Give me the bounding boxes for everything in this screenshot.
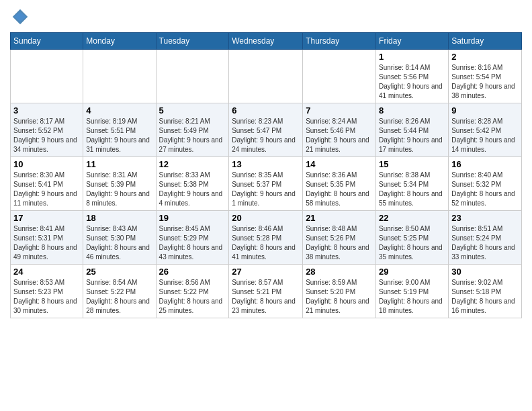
calendar-cell: 18Sunrise: 8:43 AM Sunset: 5:30 PM Dayli… xyxy=(83,211,156,265)
day-info: Sunrise: 8:28 AM Sunset: 5:42 PM Dayligh… xyxy=(451,117,519,154)
calendar-cell: 23Sunrise: 8:51 AM Sunset: 5:24 PM Dayli… xyxy=(449,211,522,265)
calendar-cell: 24Sunrise: 8:53 AM Sunset: 5:23 PM Dayli… xyxy=(11,265,83,318)
day-number: 8 xyxy=(379,105,445,116)
day-number: 17 xyxy=(13,213,80,223)
calendar-cell: 21Sunrise: 8:48 AM Sunset: 5:26 PM Dayli… xyxy=(303,211,376,265)
calendar-cell: 5Sunrise: 8:21 AM Sunset: 5:49 PM Daylig… xyxy=(156,103,229,157)
day-number: 19 xyxy=(159,213,226,223)
calendar-weekday-thursday: Thursday xyxy=(303,33,376,50)
day-number: 20 xyxy=(232,213,300,223)
calendar-cell: 11Sunrise: 8:31 AM Sunset: 5:39 PM Dayli… xyxy=(83,157,156,211)
day-info: Sunrise: 8:26 AM Sunset: 5:44 PM Dayligh… xyxy=(379,117,445,154)
day-number: 6 xyxy=(232,105,300,116)
calendar-cell: 14Sunrise: 8:36 AM Sunset: 5:35 PM Dayli… xyxy=(303,157,376,211)
day-info: Sunrise: 8:16 AM Sunset: 5:54 PM Dayligh… xyxy=(451,63,519,101)
calendar-weekday-saturday: Saturday xyxy=(449,33,522,50)
calendar-cell: 25Sunrise: 8:54 AM Sunset: 5:22 PM Dayli… xyxy=(83,265,156,318)
day-number: 4 xyxy=(86,105,152,116)
calendar-week-5: 24Sunrise: 8:53 AM Sunset: 5:23 PM Dayli… xyxy=(11,265,522,318)
day-number: 13 xyxy=(232,159,300,169)
day-info: Sunrise: 9:02 AM Sunset: 5:18 PM Dayligh… xyxy=(451,278,519,316)
day-number: 2 xyxy=(451,52,519,62)
calendar-cell: 12Sunrise: 8:33 AM Sunset: 5:38 PM Dayli… xyxy=(156,157,229,211)
day-number: 23 xyxy=(451,213,519,223)
calendar-cell: 8Sunrise: 8:26 AM Sunset: 5:44 PM Daylig… xyxy=(376,103,449,157)
calendar-cell: 19Sunrise: 8:45 AM Sunset: 5:29 PM Dayli… xyxy=(156,211,229,265)
day-number: 24 xyxy=(13,267,80,277)
calendar-cell: 10Sunrise: 8:30 AM Sunset: 5:41 PM Dayli… xyxy=(11,157,83,211)
calendar-cell: 15Sunrise: 8:38 AM Sunset: 5:34 PM Dayli… xyxy=(376,157,449,211)
day-info: Sunrise: 8:19 AM Sunset: 5:51 PM Dayligh… xyxy=(86,117,152,154)
day-info: Sunrise: 9:00 AM Sunset: 5:19 PM Dayligh… xyxy=(379,278,445,316)
calendar-cell xyxy=(156,50,229,103)
calendar-cell: 26Sunrise: 8:56 AM Sunset: 5:22 PM Dayli… xyxy=(156,265,229,318)
day-info: Sunrise: 8:38 AM Sunset: 5:34 PM Dayligh… xyxy=(379,171,445,208)
day-info: Sunrise: 8:33 AM Sunset: 5:38 PM Dayligh… xyxy=(159,171,226,208)
day-number: 3 xyxy=(13,105,80,116)
day-info: Sunrise: 8:46 AM Sunset: 5:28 PM Dayligh… xyxy=(232,224,300,262)
calendar-cell: 6Sunrise: 8:23 AM Sunset: 5:47 PM Daylig… xyxy=(229,103,303,157)
day-number: 10 xyxy=(13,159,80,169)
logo-icon xyxy=(10,7,30,27)
calendar-cell: 29Sunrise: 9:00 AM Sunset: 5:19 PM Dayli… xyxy=(376,265,449,318)
calendar-week-2: 3Sunrise: 8:17 AM Sunset: 5:52 PM Daylig… xyxy=(11,103,522,157)
calendar-header-row: SundayMondayTuesdayWednesdayThursdayFrid… xyxy=(11,33,522,50)
page: SundayMondayTuesdayWednesdayThursdayFrid… xyxy=(0,0,532,325)
day-info: Sunrise: 8:59 AM Sunset: 5:20 PM Dayligh… xyxy=(306,278,373,316)
calendar-table: SundayMondayTuesdayWednesdayThursdayFrid… xyxy=(10,32,522,318)
day-number: 28 xyxy=(306,267,373,277)
day-info: Sunrise: 8:53 AM Sunset: 5:23 PM Dayligh… xyxy=(13,278,80,316)
calendar-cell: 4Sunrise: 8:19 AM Sunset: 5:51 PM Daylig… xyxy=(83,103,156,157)
calendar-cell: 28Sunrise: 8:59 AM Sunset: 5:20 PM Dayli… xyxy=(303,265,376,318)
day-info: Sunrise: 8:36 AM Sunset: 5:35 PM Dayligh… xyxy=(306,171,373,208)
calendar-cell xyxy=(83,50,156,103)
day-number: 11 xyxy=(86,159,152,169)
day-number: 5 xyxy=(159,105,226,116)
day-info: Sunrise: 8:56 AM Sunset: 5:22 PM Dayligh… xyxy=(159,278,226,316)
day-info: Sunrise: 8:21 AM Sunset: 5:49 PM Dayligh… xyxy=(159,117,226,154)
day-number: 14 xyxy=(306,159,373,169)
day-info: Sunrise: 8:14 AM Sunset: 5:56 PM Dayligh… xyxy=(379,63,445,101)
day-info: Sunrise: 8:23 AM Sunset: 5:47 PM Dayligh… xyxy=(232,117,300,154)
calendar-cell: 20Sunrise: 8:46 AM Sunset: 5:28 PM Dayli… xyxy=(229,211,303,265)
day-info: Sunrise: 8:31 AM Sunset: 5:39 PM Dayligh… xyxy=(86,171,152,208)
day-number: 7 xyxy=(306,105,373,116)
day-info: Sunrise: 8:54 AM Sunset: 5:22 PM Dayligh… xyxy=(86,278,152,316)
day-info: Sunrise: 8:30 AM Sunset: 5:41 PM Dayligh… xyxy=(13,171,80,208)
calendar-weekday-monday: Monday xyxy=(83,33,156,50)
day-number: 16 xyxy=(451,159,519,169)
day-number: 21 xyxy=(306,213,373,223)
calendar-week-3: 10Sunrise: 8:30 AM Sunset: 5:41 PM Dayli… xyxy=(11,157,522,211)
day-info: Sunrise: 8:45 AM Sunset: 5:29 PM Dayligh… xyxy=(159,224,226,262)
day-number: 1 xyxy=(379,52,445,62)
day-info: Sunrise: 8:41 AM Sunset: 5:31 PM Dayligh… xyxy=(13,224,80,262)
day-number: 27 xyxy=(232,267,300,277)
day-info: Sunrise: 8:50 AM Sunset: 5:25 PM Dayligh… xyxy=(379,224,445,262)
calendar-cell: 22Sunrise: 8:50 AM Sunset: 5:25 PM Dayli… xyxy=(376,211,449,265)
calendar-cell: 2Sunrise: 8:16 AM Sunset: 5:54 PM Daylig… xyxy=(449,50,522,103)
calendar-cell: 7Sunrise: 8:24 AM Sunset: 5:46 PM Daylig… xyxy=(303,103,376,157)
calendar-cell: 30Sunrise: 9:02 AM Sunset: 5:18 PM Dayli… xyxy=(449,265,522,318)
svg-marker-1 xyxy=(14,12,26,22)
calendar-weekday-sunday: Sunday xyxy=(11,33,83,50)
calendar-week-4: 17Sunrise: 8:41 AM Sunset: 5:31 PM Dayli… xyxy=(11,211,522,265)
calendar-cell xyxy=(229,50,303,103)
calendar-cell: 9Sunrise: 8:28 AM Sunset: 5:42 PM Daylig… xyxy=(449,103,522,157)
header xyxy=(10,7,522,27)
calendar-cell xyxy=(11,50,83,103)
day-info: Sunrise: 8:24 AM Sunset: 5:46 PM Dayligh… xyxy=(306,117,373,154)
calendar-cell: 1Sunrise: 8:14 AM Sunset: 5:56 PM Daylig… xyxy=(376,50,449,103)
day-info: Sunrise: 8:48 AM Sunset: 5:26 PM Dayligh… xyxy=(306,224,373,262)
day-number: 29 xyxy=(379,267,445,277)
day-info: Sunrise: 8:57 AM Sunset: 5:21 PM Dayligh… xyxy=(232,278,300,316)
day-info: Sunrise: 8:17 AM Sunset: 5:52 PM Dayligh… xyxy=(13,117,80,154)
calendar-cell: 27Sunrise: 8:57 AM Sunset: 5:21 PM Dayli… xyxy=(229,265,303,318)
day-info: Sunrise: 8:51 AM Sunset: 5:24 PM Dayligh… xyxy=(451,224,519,262)
day-number: 25 xyxy=(86,267,152,277)
calendar-weekday-friday: Friday xyxy=(376,33,449,50)
calendar-weekday-wednesday: Wednesday xyxy=(229,33,303,50)
logo xyxy=(10,7,33,27)
day-number: 26 xyxy=(159,267,226,277)
day-info: Sunrise: 8:40 AM Sunset: 5:32 PM Dayligh… xyxy=(451,171,519,208)
day-info: Sunrise: 8:43 AM Sunset: 5:30 PM Dayligh… xyxy=(86,224,152,262)
